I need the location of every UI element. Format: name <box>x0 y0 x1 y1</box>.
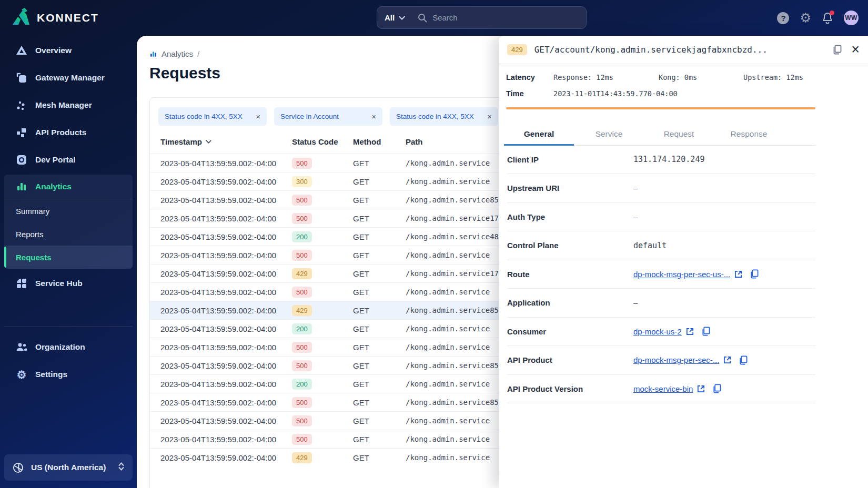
external-link-icon[interactable] <box>686 328 694 336</box>
sidebar-item-dev-portal[interactable]: Dev Portal <box>0 146 137 174</box>
column-header-timestamp[interactable]: Timestamp <box>160 137 292 146</box>
cell-method: GET <box>353 380 406 389</box>
avatar[interactable]: WW <box>844 11 859 25</box>
cell-timestamp: 2023-05-04T13:59:59.002:-04:00 <box>160 324 292 333</box>
detail-field-row: API Product Version mock-service-bin <box>507 375 815 404</box>
copy-icon[interactable] <box>832 45 842 55</box>
close-icon[interactable]: × <box>256 113 260 120</box>
close-icon[interactable]: × <box>487 113 492 120</box>
settings-gear-icon: ⚙ <box>16 369 27 380</box>
sidebar-item-label: Service Hub <box>35 279 83 288</box>
panel-tab[interactable]: Service <box>574 123 644 146</box>
sidebar-item-gateway-manager[interactable]: Gateway Manager <box>0 64 137 92</box>
latency-label: Latency <box>506 73 553 82</box>
column-header-method: Method <box>353 137 406 146</box>
status-accent-bar <box>506 107 815 109</box>
sidebar-item-api-products[interactable]: API Products <box>0 119 137 146</box>
panel-tabs: General Service Request Response <box>504 123 815 146</box>
copy-icon[interactable] <box>701 327 710 336</box>
sidebar-item-settings[interactable]: ⚙ Settings <box>0 361 137 388</box>
gear-icon[interactable]: ⚙ <box>800 12 811 24</box>
breadcrumb-analytics[interactable]: Analytics <box>162 49 193 58</box>
cell-method: GET <box>353 214 406 223</box>
sidebar-item-overview[interactable]: Overview <box>0 37 137 64</box>
search-icon <box>418 13 427 23</box>
field-value[interactable]: dp-mock-msg-per-sec-... <box>633 355 719 364</box>
sidebar-analytics-sub-item[interactable]: Reports <box>4 222 133 246</box>
detail-field-row: Consumer dp-mock-us-2 <box>507 318 815 347</box>
filter-chip[interactable]: Status code in 4XX, 5XX × <box>158 107 267 126</box>
copy-icon[interactable] <box>712 384 721 393</box>
panel-tab[interactable]: General <box>504 123 574 146</box>
sidebar-item-label: Organization <box>35 342 85 352</box>
status-badge: 500 <box>292 397 312 408</box>
panel-header: 429 GET/account/kong.admin.servicekjagfa… <box>499 36 868 64</box>
panel-tab-label: Service <box>596 129 623 138</box>
sidebar-sub-item-label: Summary <box>16 207 49 216</box>
sidebar-item-label: Mesh Manager <box>35 100 92 110</box>
latency-kong: Kong: 0ms <box>659 73 743 82</box>
sidebar-item-mesh-manager[interactable]: Mesh Manager <box>0 92 137 119</box>
cell-timestamp: 2023-05-04T13:59:59.002:-04:00 <box>160 416 292 425</box>
region-selector[interactable]: US (North America) <box>4 454 133 481</box>
sidebar-item-label: Settings <box>35 370 67 379</box>
cell-method: GET <box>353 416 406 425</box>
status-badge: 500 <box>292 250 312 261</box>
external-link-icon[interactable] <box>723 356 731 364</box>
cell-timestamp: 2023-05-04T13:59:59.002:-04:00 <box>160 214 292 223</box>
breadcrumb-separator: / <box>197 49 199 58</box>
cell-method: GET <box>353 251 406 260</box>
field-value[interactable]: 131.174.120.249 <box>633 155 704 164</box>
close-icon[interactable]: × <box>371 113 376 120</box>
dev-portal-icon <box>16 154 27 166</box>
sidebar-item-label: Overview <box>35 46 72 55</box>
field-value[interactable]: – <box>633 298 638 307</box>
sidebar-item-organization[interactable]: Organization <box>0 333 137 361</box>
detail-field-row: API Product dp-mock-msg-per-sec-... <box>507 346 815 375</box>
field-value[interactable]: default <box>633 241 667 250</box>
sidebar-analytics-sub-item[interactable]: Summary <box>4 199 133 222</box>
panel-tab-label: Response <box>731 129 768 138</box>
filter-chip[interactable]: Status code in 4XX, 5XX × <box>390 107 498 126</box>
close-icon[interactable]: × <box>851 43 860 57</box>
sidebar-item-service-hub[interactable]: Service Hub <box>0 270 137 297</box>
search-scope-select[interactable]: All <box>385 13 412 22</box>
sidebar-analytics-sub-item[interactable]: Requests <box>4 246 133 269</box>
cell-timestamp: 2023-05-04T13:59:59.002:-04:00 <box>160 453 292 462</box>
cell-timestamp: 2023-05-04T13:59:59.002:-04:00 <box>160 435 292 444</box>
overview-icon <box>16 45 27 56</box>
panel-tab-label: General <box>524 129 554 138</box>
konnect-logo[interactable]: KONNECT <box>12 8 99 28</box>
sidebar-divider <box>4 327 133 327</box>
status-badge: 500 <box>292 415 312 426</box>
external-link-icon[interactable] <box>697 385 705 393</box>
breadcrumb[interactable]: Analytics / <box>149 49 199 58</box>
panel-tab[interactable]: Response <box>714 123 784 146</box>
field-value[interactable]: dp-mock-us-2 <box>633 327 682 336</box>
field-value[interactable]: dp-mock-msg-per-sec-us-... <box>633 270 730 279</box>
panel-fields: Client IP 131.174.120.249 Upstream URI –… <box>507 146 815 404</box>
notifications-bell-icon[interactable] <box>822 12 833 24</box>
filter-chip[interactable]: Service in Account × <box>274 107 382 126</box>
status-badge: 429 <box>292 305 312 316</box>
external-link-icon[interactable] <box>734 270 742 278</box>
field-value[interactable]: – <box>633 184 638 192</box>
cell-timestamp: 2023-05-04T13:59:59.002:-04:00 <box>160 398 292 407</box>
field-value[interactable]: – <box>633 212 638 221</box>
search-input[interactable] <box>432 13 579 22</box>
field-value[interactable]: mock-service-bin <box>633 384 693 393</box>
status-badge: 500 <box>292 158 312 169</box>
cell-timestamp: 2023-05-04T13:59:59.002:-04:00 <box>160 361 292 370</box>
analytics-breadcrumb-icon <box>149 50 157 58</box>
sidebar-item-analytics[interactable]: Analytics <box>4 175 133 199</box>
region-label: US (North America) <box>31 463 106 472</box>
help-icon[interactable]: ? <box>777 12 789 24</box>
copy-icon[interactable] <box>739 355 748 365</box>
cell-method: GET <box>353 453 406 462</box>
panel-tab[interactable]: Request <box>644 123 714 146</box>
copy-icon[interactable] <box>750 269 759 279</box>
field-label: Route <box>507 270 633 279</box>
cell-method: GET <box>353 269 406 278</box>
cell-timestamp: 2023-05-04T13:59:59.002:-04:00 <box>160 288 292 297</box>
time-label: Time <box>506 89 553 98</box>
